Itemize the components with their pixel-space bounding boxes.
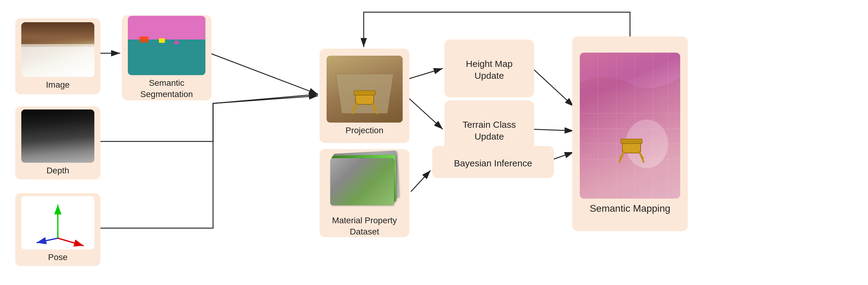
node-depth: Depth <box>15 106 100 180</box>
svg-line-11 <box>36 238 58 243</box>
svg-rect-17 <box>354 91 375 95</box>
label-material: Material PropertyDataset <box>332 215 397 237</box>
node-mapping: Semantic Mapping <box>572 36 688 231</box>
label-mapping: Semantic Mapping <box>590 202 670 215</box>
svg-line-3 <box>408 68 443 79</box>
label-depth: Depth <box>46 165 69 176</box>
node-projection: Projection <box>319 49 409 143</box>
node-image: Image <box>15 18 100 94</box>
label-terrain-update: Terrain ClassUpdate <box>457 113 522 149</box>
node-bayesian: Bayesian Inference <box>432 146 554 178</box>
label-bayesian: Bayesian Inference <box>454 157 532 169</box>
node-height-update: Height MapUpdate <box>444 39 534 97</box>
label-height-update: Height MapUpdate <box>460 52 519 88</box>
svg-line-10 <box>58 238 84 246</box>
node-seg: SemanticSegmentation <box>122 15 212 100</box>
label-seg: SemanticSegmentation <box>140 77 193 100</box>
label-image: Image <box>46 80 70 90</box>
node-material: Material PropertyDataset <box>319 149 409 237</box>
label-projection: Projection <box>345 125 383 136</box>
node-pose: Pose <box>15 193 100 266</box>
svg-rect-33 <box>621 139 642 144</box>
svg-line-2 <box>210 53 318 94</box>
svg-line-8 <box>411 170 431 192</box>
label-pose: Pose <box>48 252 68 263</box>
svg-line-4 <box>408 97 443 129</box>
diagram: Image Depth Pose <box>0 0 868 285</box>
svg-line-6 <box>533 129 574 131</box>
svg-line-5 <box>533 68 574 106</box>
